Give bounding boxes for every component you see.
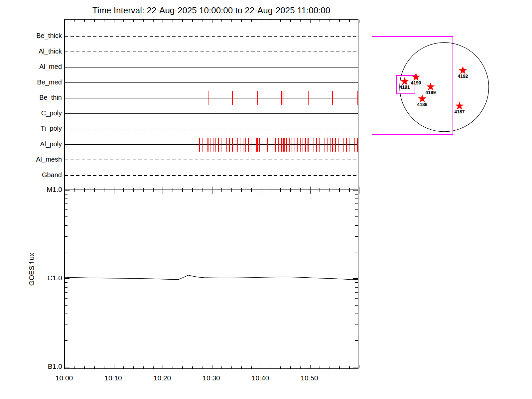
x-axis-tick	[290, 20, 291, 22]
x-axis-tick	[84, 366, 85, 368]
x-axis-tick	[300, 366, 301, 368]
y-axis-minor-tick	[355, 252, 358, 252]
y-axis-minor-tick	[65, 236, 67, 237]
filter-row-line	[65, 160, 358, 160]
x-axis-tick	[261, 20, 261, 23]
y-axis-minor-tick	[355, 225, 358, 226]
x-axis-tick	[143, 20, 144, 22]
x-axis-tick	[74, 366, 75, 368]
x-axis-tick	[173, 188, 173, 192]
y-axis-minor-tick	[65, 252, 67, 252]
exposure-tick	[273, 138, 273, 152]
y-axis-major-tick	[353, 278, 358, 279]
filter-row-line	[65, 129, 358, 129]
x-axis-tick	[231, 20, 232, 22]
solar-disk-map: 419141904189418841924187	[359, 23, 532, 143]
exposure-tick	[245, 138, 246, 152]
x-axis-tick	[320, 188, 320, 192]
x-axis-tick	[123, 366, 124, 368]
x-axis-tick	[143, 188, 144, 192]
x-axis-tick	[94, 366, 95, 368]
active-region-star	[459, 66, 467, 74]
y-axis-minor-tick	[65, 325, 67, 325]
x-axis-tick	[94, 20, 95, 22]
filter-row-label: Be_thin	[12, 93, 62, 101]
exposure-tick	[284, 91, 284, 105]
exposure-tick	[235, 138, 235, 152]
x-axis-tick	[280, 188, 281, 192]
x-axis-tick	[271, 20, 271, 22]
exposure-tick	[300, 138, 301, 152]
x-axis-tick	[280, 366, 281, 368]
exposure-tick	[305, 138, 306, 152]
time-tick-label: 10:20	[147, 374, 177, 382]
x-axis-tick	[123, 20, 124, 22]
y-axis-minor-tick	[355, 298, 358, 299]
x-axis-tick	[74, 188, 75, 192]
y-axis-minor-tick	[65, 194, 67, 195]
x-axis-tick	[290, 366, 291, 368]
exposure-tick	[210, 138, 211, 152]
x-axis-tick	[280, 20, 281, 22]
y-axis-major-tick	[65, 190, 69, 191]
y-axis-minor-tick	[355, 314, 358, 314]
x-axis-tick	[300, 20, 301, 22]
goes-flux-panel	[64, 190, 358, 369]
x-axis-tick	[349, 366, 350, 368]
filter-row-label: Be_med	[12, 78, 62, 86]
exposure-tick	[226, 138, 227, 152]
x-axis-tick	[231, 188, 232, 192]
exposure-tick	[286, 138, 287, 152]
y-axis-minor-tick	[65, 340, 67, 341]
y-axis-minor-tick	[65, 209, 67, 210]
y-axis-minor-tick	[65, 199, 67, 199]
filter-timeline-panel	[64, 19, 358, 190]
x-axis-tick	[192, 366, 193, 368]
time-tick-label: 10:50	[295, 374, 325, 382]
x-axis-tick	[330, 188, 330, 192]
exposure-tick	[295, 138, 295, 152]
exposure-tick	[199, 138, 200, 152]
exposure-tick	[232, 138, 233, 152]
y-axis-minor-tick	[355, 287, 358, 288]
exposure-tick	[289, 138, 290, 152]
x-axis-tick	[173, 20, 173, 22]
x-axis-tick	[114, 20, 114, 23]
exposure-tick	[224, 138, 224, 152]
x-axis-tick	[271, 366, 271, 368]
plot-title: Time Interval: 22-Aug-2025 10:00:00 to 2…	[64, 5, 358, 16]
x-axis-tick	[173, 366, 173, 368]
x-axis-tick	[182, 188, 183, 192]
y-axis-minor-tick	[355, 203, 358, 204]
x-axis-tick	[104, 188, 104, 192]
goes-ytick-label: B1.0	[36, 362, 62, 370]
filter-row-label: Al_poly	[12, 140, 62, 148]
active-region-label: 4190	[411, 80, 421, 85]
exposure-tick	[232, 91, 233, 105]
exposure-tick	[338, 138, 339, 152]
filter-row-label: Ti_poly	[12, 124, 62, 132]
x-axis-tick	[359, 365, 359, 368]
y-axis-minor-tick	[355, 194, 358, 195]
exposure-tick	[332, 91, 333, 105]
filter-row-line	[65, 82, 358, 83]
exposure-tick	[218, 138, 219, 152]
x-axis-tick	[104, 20, 104, 22]
exposure-tick	[215, 138, 216, 152]
x-axis-tick	[94, 188, 95, 192]
exposure-tick	[259, 138, 260, 152]
y-axis-minor-tick	[355, 305, 358, 306]
x-axis-tick	[84, 188, 85, 192]
x-axis-tick	[349, 20, 350, 22]
exposure-tick	[332, 138, 333, 152]
y-axis-minor-tick	[65, 305, 67, 306]
x-axis-tick	[133, 20, 134, 22]
goes-flux-curve	[65, 275, 358, 280]
x-axis-tick	[202, 20, 202, 22]
time-tick-label: 10:40	[245, 374, 275, 382]
x-axis-tick	[153, 188, 154, 192]
filter-row-label: Gband	[12, 171, 62, 179]
x-axis-tick	[212, 365, 212, 368]
x-axis-tick	[251, 20, 252, 22]
fov-box-wide-fov	[372, 37, 453, 135]
